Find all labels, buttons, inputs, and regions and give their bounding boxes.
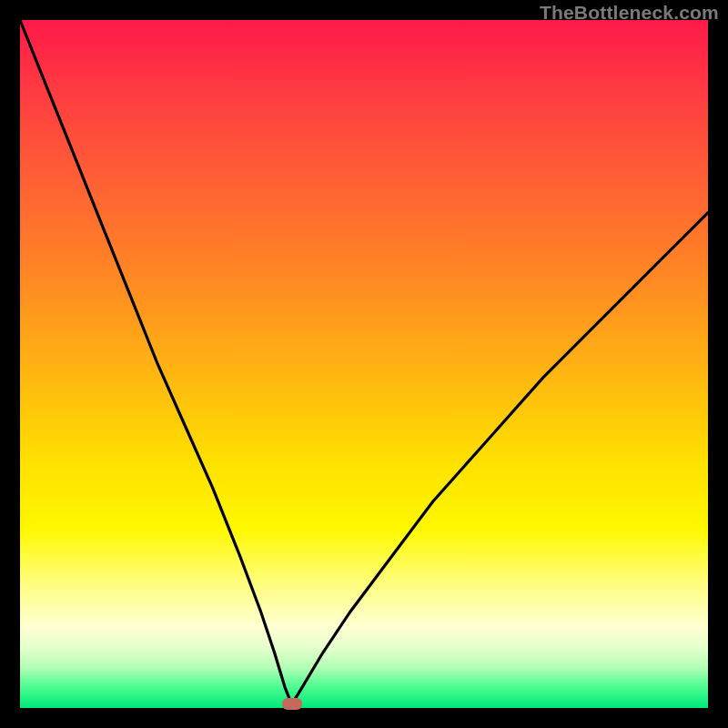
attribution-text: TheBottleneck.com	[540, 2, 719, 24]
optimal-marker	[282, 698, 302, 710]
bottleneck-curve	[20, 20, 708, 708]
chart-area	[20, 20, 708, 708]
